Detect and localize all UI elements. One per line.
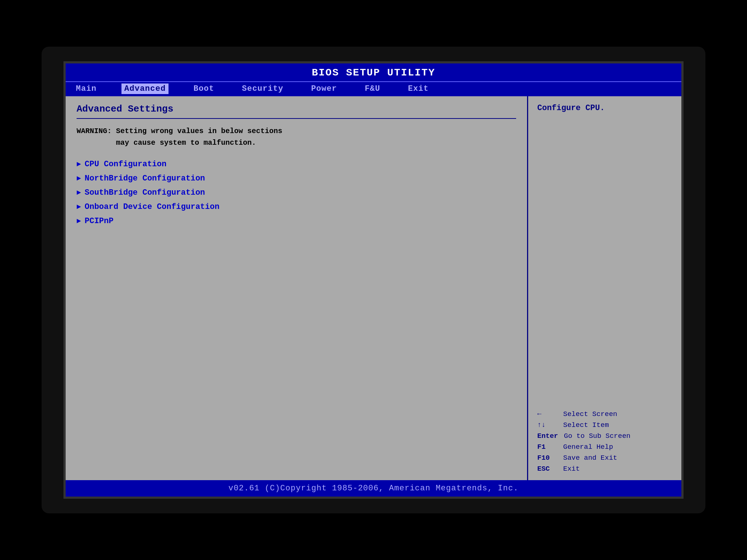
menu-item-advanced[interactable]: Advanced <box>121 83 169 94</box>
footer: v02.61 (C)Copyright 1985-2006, American … <box>66 480 681 497</box>
arrow-icon-4: ► <box>77 217 81 225</box>
key-hint-row-0: ← Select Screen <box>537 410 672 418</box>
menu-item-power[interactable]: Power <box>308 83 340 94</box>
menu-item-fu[interactable]: F&U <box>362 83 383 94</box>
key-hint-desc-1: Select Item <box>563 421 609 429</box>
key-hint-row-5: ESC Exit <box>537 465 672 473</box>
right-panel: Configure CPU. ← Select Screen ↑↓ Select… <box>528 96 681 480</box>
entry-label-4: PCIPnP <box>85 217 113 226</box>
menu-item-main[interactable]: Main <box>73 83 100 94</box>
key-hint-key-3: F1 <box>537 443 557 451</box>
key-hint-row-1: ↑↓ Select Item <box>537 421 672 429</box>
help-text: Configure CPU. <box>537 104 672 113</box>
content-area: Advanced Settings WARNING: Setting wrong… <box>66 96 681 480</box>
key-hint-desc-2: Go to Sub Screen <box>564 432 630 440</box>
arrow-icon-1: ► <box>77 174 81 183</box>
entry-cpu-configuration[interactable]: ► CPU Configuration <box>77 160 516 169</box>
key-hint-row-2: Enter Go to Sub Screen <box>537 432 672 440</box>
arrow-icon-3: ► <box>77 203 81 211</box>
menu-item-boot[interactable]: Boot <box>190 83 217 94</box>
arrow-icon-2: ► <box>77 188 81 197</box>
entry-southbridge-configuration[interactable]: ► SouthBridge Configuration <box>77 188 516 197</box>
key-hint-key-2: Enter <box>537 432 558 440</box>
key-hint-row-4: F10 Save and Exit <box>537 454 672 462</box>
key-hint-desc-3: General Help <box>563 443 613 451</box>
menu-entries: ► CPU Configuration ► NorthBridge Config… <box>77 160 516 226</box>
warning-text: WARNING: Setting wrong values in below s… <box>77 125 516 149</box>
outer-wrapper: BIOS SETUP UTILITY Main Advanced Boot Se… <box>42 47 705 513</box>
entry-onboard-device-configuration[interactable]: ► Onboard Device Configuration <box>77 202 516 211</box>
section-divider <box>77 118 516 119</box>
menu-item-security[interactable]: Security <box>239 83 286 94</box>
left-panel: Advanced Settings WARNING: Setting wrong… <box>66 96 528 480</box>
section-title: Advanced Settings <box>77 104 516 114</box>
entry-label-1: NorthBridge Configuration <box>85 174 205 183</box>
key-hint-desc-4: Save and Exit <box>563 454 617 462</box>
key-hint-key-1: ↑↓ <box>537 421 557 429</box>
title-bar: BIOS SETUP UTILITY <box>66 63 681 81</box>
menu-bar: Main Advanced Boot Security Power F&U Ex… <box>66 81 681 96</box>
footer-text: v02.61 (C)Copyright 1985-2006, American … <box>228 484 518 493</box>
entry-label-3: Onboard Device Configuration <box>85 202 220 211</box>
key-hint-key-5: ESC <box>537 465 557 473</box>
entry-label-2: SouthBridge Configuration <box>85 188 205 197</box>
entry-label-0: CPU Configuration <box>85 160 166 169</box>
key-hints: ← Select Screen ↑↓ Select Item Enter Go … <box>537 410 672 473</box>
spacer <box>537 120 672 410</box>
bios-screen: BIOS SETUP UTILITY Main Advanced Boot Se… <box>63 61 684 499</box>
key-hint-row-3: F1 General Help <box>537 443 672 451</box>
bios-title: BIOS SETUP UTILITY <box>312 67 435 78</box>
key-hint-desc-0: Select Screen <box>563 410 617 418</box>
key-hint-key-0: ← <box>537 410 557 418</box>
arrow-icon-0: ► <box>77 160 81 168</box>
key-hint-key-4: F10 <box>537 454 557 462</box>
key-hint-desc-5: Exit <box>563 465 580 473</box>
menu-item-exit[interactable]: Exit <box>405 83 432 94</box>
entry-northbridge-configuration[interactable]: ► NorthBridge Configuration <box>77 174 516 183</box>
entry-pcipnp[interactable]: ► PCIPnP <box>77 217 516 226</box>
